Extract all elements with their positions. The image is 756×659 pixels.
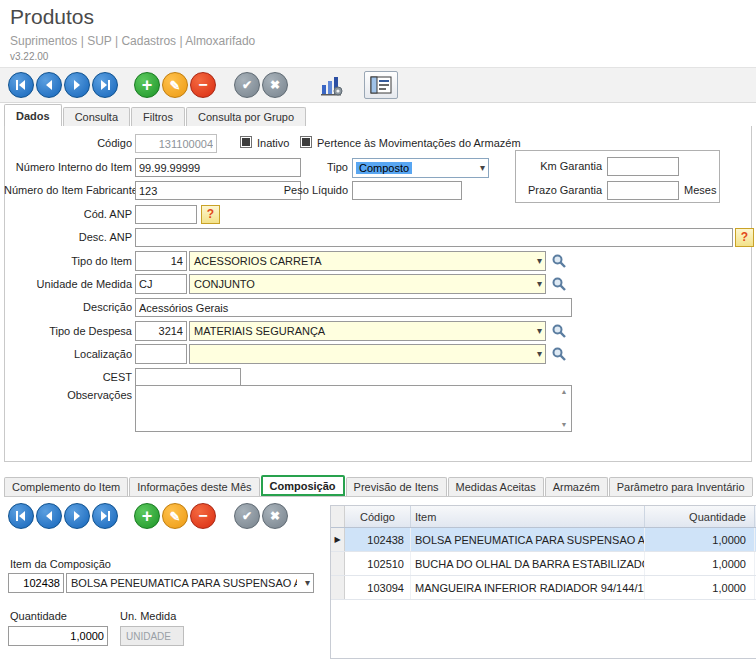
column-header-item[interactable]: Item [411,506,645,527]
numero-interno-field[interactable] [135,158,301,177]
close-icon: ✖ [270,78,280,92]
localizacao-combo[interactable]: ▾ [189,344,546,364]
nav-previous-button[interactable] [36,72,62,98]
tipo-label: Tipo [305,161,348,173]
comp-edit-button[interactable]: ✎ [162,503,188,529]
cod-anp-field[interactable] [135,205,197,224]
item-composicao-code-field[interactable] [8,573,64,593]
tipo-item-combo-value: ACESSORIOS CARRETA [194,255,322,267]
comp-add-button[interactable]: + [134,503,160,529]
prazo-garantia-field[interactable] [607,181,679,200]
unidade-medida-search-button[interactable] [551,276,567,292]
nav-next-button[interactable] [64,72,90,98]
numero-fabricante-label: Número do Item Fabricante [4,184,132,196]
localizacao-search-button[interactable] [551,346,567,362]
scroll-down-icon[interactable]: ▼ [558,420,570,430]
item-composicao-combo-value: BOLSA PENEUMATICA PARA SUSPENSAO A [71,577,297,589]
minus-icon: − [198,76,207,94]
item-composicao-combo[interactable]: BOLSA PENEUMATICA PARA SUSPENSAO A ▾ [66,573,314,593]
numero-interno-label: Número Interno do Item [4,161,132,173]
comp-nav-first-button[interactable] [8,503,34,529]
plus-icon: + [142,75,153,96]
unidade-medida-code-field[interactable] [135,274,187,294]
tipo-despesa-label: Tipo de Despesa [4,325,132,337]
delete-button[interactable]: − [190,72,216,98]
last-record-icon [99,79,111,91]
breadcrumb: Suprimentos | SUP | Cadastros | Almoxari… [10,34,255,48]
comp-nav-previous-button[interactable] [36,503,62,529]
descricao-field[interactable] [135,298,572,317]
descricao-label: Descrição [4,301,132,313]
search-icon [551,323,567,339]
form-report-icon [370,76,392,94]
peso-liquido-field[interactable] [352,181,462,200]
pertence-checkbox[interactable] [300,136,312,148]
tipo-item-search-button[interactable] [551,253,567,269]
nav-last-button[interactable] [92,72,118,98]
table-row[interactable]: 103094 MANGUEIRA INFERIOR RADIADOR 94/14… [331,576,756,600]
row-indicator [331,552,345,575]
cancel-button[interactable]: ✖ [262,72,288,98]
tipo-item-code-field[interactable] [135,251,187,271]
chevron-down-icon: ▾ [537,348,542,359]
check-icon: ✔ [242,509,252,523]
prazo-garantia-label: Prazo Garantia [520,184,602,196]
comp-nav-last-button[interactable] [92,503,118,529]
version-label: v3.22.00 [10,51,48,62]
tab-informacoes-deste-mes[interactable]: Informações deste Mês [129,477,259,496]
edit-button[interactable]: ✎ [162,72,188,98]
quantidade-field[interactable] [8,626,108,646]
question-icon: ? [741,230,748,244]
composicao-toolbar: + ✎ − ✔ ✖ [8,503,290,529]
scroll-up-icon[interactable]: ▲ [558,387,570,397]
main-tab-bar: Dados Consulta Filtros Consulta por Grup… [4,104,307,127]
un-medida-label: Un. Medida [120,610,176,622]
table-row[interactable]: ▶ 102438 BOLSA PENEUMATICA PARA SUSPENSA… [331,528,756,552]
plus-icon: + [142,506,153,527]
tab-medidas-aceitas[interactable]: Medidas Aceitas [448,477,544,496]
confirm-button[interactable]: ✔ [234,72,260,98]
tab-parametro-para-inventario[interactable]: Parâmetro para Inventário [609,477,753,496]
tab-composicao[interactable]: Composição [261,475,345,496]
add-button[interactable]: + [134,72,160,98]
tipo-despesa-search-button[interactable] [551,323,567,339]
tab-armazem[interactable]: Armazém [545,477,608,496]
nav-first-button[interactable] [8,72,34,98]
cell-item: BOLSA PENEUMATICA PARA SUSPENSAO A AR [411,528,645,551]
tipo-item-combo[interactable]: ACESSORIOS CARRETA ▾ [189,251,546,271]
cod-anp-help-button[interactable]: ? [201,205,220,224]
tab-consulta-por-grupo[interactable]: Consulta por Grupo [186,107,306,127]
previous-record-icon [43,79,55,91]
localizacao-code-field[interactable] [135,344,187,364]
column-header-quantidade[interactable]: Quantidade [645,506,755,527]
desc-anp-field[interactable] [135,228,733,247]
unidade-medida-combo[interactable]: CONJUNTO ▾ [189,274,546,294]
km-garantia-field[interactable] [607,157,679,176]
comp-confirm-button[interactable]: ✔ [234,503,260,529]
inativo-checkbox[interactable] [240,136,252,148]
column-header-codigo[interactable]: Código [345,506,411,527]
tipo-combo[interactable]: Composto ▾ [352,158,489,178]
chevron-down-icon: ▾ [537,278,542,289]
chart-settings-button[interactable] [316,72,346,99]
previous-record-icon [43,510,55,522]
tab-previsao-de-itens[interactable]: Previsão de Itens [346,477,447,496]
comp-delete-button[interactable]: − [190,503,216,529]
tipo-despesa-combo[interactable]: MATERIAIS SEGURANÇA ▾ [189,321,546,341]
tab-dados[interactable]: Dados [4,104,62,127]
comp-cancel-button[interactable]: ✖ [262,503,288,529]
table-row[interactable]: 102510 BUCHA DO OLHAL DA BARRA ESTABILIZ… [331,552,756,576]
observacoes-textarea[interactable] [135,385,572,432]
cell-quantidade: 1,0000 [645,528,755,551]
chevron-down-icon: ▾ [480,162,485,173]
tab-consulta[interactable]: Consulta [63,107,130,127]
tab-filtros[interactable]: Filtros [131,107,185,127]
tipo-despesa-code-field[interactable] [135,321,187,341]
comp-nav-next-button[interactable] [64,503,90,529]
details-report-button[interactable] [364,71,398,99]
next-record-icon [71,79,83,91]
cell-item: MANGUEIRA INFERIOR RADIADOR 94/144/124 [411,576,645,599]
desc-anp-help-button[interactable]: ? [735,228,754,247]
peso-liquido-label: Peso Líquido [270,184,348,196]
tab-complemento-do-item[interactable]: Complemento do Item [4,477,128,496]
